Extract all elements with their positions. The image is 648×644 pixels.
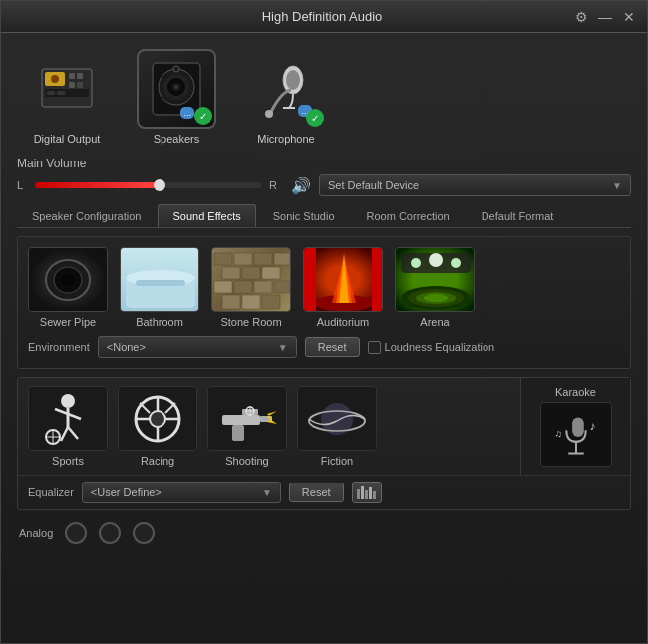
auditorium-svg (304, 248, 383, 312)
environment-dropdown[interactable]: <None> ▼ (98, 336, 297, 358)
sewer-pipe-label: Sewer Pipe (40, 316, 96, 328)
racing-visual (119, 387, 196, 450)
svg-rect-83 (572, 417, 584, 436)
effect-arena[interactable]: Arena (395, 247, 475, 328)
sports-visual (29, 387, 107, 450)
device-digital-output[interactable]: Digital Output (27, 49, 107, 145)
microphone-icon-wrap: ... ✓ (246, 49, 326, 129)
settings-button[interactable]: ⚙ (573, 9, 589, 25)
karaoke-section[interactable]: Karaoke ♪ ♫ (520, 378, 630, 475)
tab-sonic-studio[interactable]: Sonic Studio (258, 204, 350, 227)
svg-point-52 (411, 258, 421, 268)
title-controls: ⚙ — ✕ (573, 9, 637, 25)
loudness-checkbox[interactable] (368, 341, 381, 354)
svg-rect-36 (254, 281, 272, 293)
svg-rect-6 (77, 82, 83, 88)
microphone-status: ✓ (306, 109, 324, 127)
speakers-status: ✓ (194, 107, 212, 125)
svg-line-58 (68, 414, 81, 419)
tab-room-correction[interactable]: Room Correction (352, 204, 465, 227)
svg-point-53 (429, 253, 443, 267)
tab-speaker-configuration[interactable]: Speaker Configuration (17, 204, 156, 227)
svg-rect-37 (274, 281, 290, 293)
stone-visual (212, 248, 290, 311)
effect-auditorium[interactable]: Auditorium (303, 247, 383, 328)
sports-thumb (28, 386, 108, 451)
device-microphone[interactable]: ... ✓ Microphone (246, 49, 326, 145)
devices-row: Digital Output ... ✓ (17, 45, 631, 149)
vol-right-label: R (269, 179, 279, 191)
eq-dropdown[interactable]: <User Define> ▼ (82, 482, 281, 503)
svg-text:♫: ♫ (554, 428, 561, 439)
arena-visual (396, 248, 474, 311)
dropdown-arrow-icon: ▼ (612, 180, 622, 191)
sports-svg (33, 389, 103, 449)
digital-output-icon-wrap (27, 49, 107, 129)
svg-rect-26 (136, 280, 185, 286)
analog-circle-2[interactable] (99, 522, 121, 544)
svg-rect-29 (254, 253, 272, 265)
default-device-dropdown[interactable]: Set Default Device ▼ (319, 174, 631, 196)
analog-row: Analog (17, 518, 631, 548)
eq-bars-icon[interactable] (352, 482, 382, 503)
analog-circle-1[interactable] (65, 522, 87, 544)
environment-reset-button[interactable]: Reset (305, 337, 360, 357)
analog-circle-3[interactable] (133, 522, 155, 544)
digital-output-label: Digital Output (34, 133, 101, 145)
svg-point-50 (424, 294, 448, 302)
effect-sewer-pipe[interactable]: Sewer Pipe (28, 247, 108, 328)
karaoke-thumb: ♪ ♫ (540, 402, 612, 467)
effect-bathroom[interactable]: Bathroom (120, 247, 199, 328)
svg-rect-45 (304, 248, 316, 312)
title-bar: High Definition Audio ⚙ — ✕ (1, 1, 647, 33)
equalizer-section: Sports (17, 377, 631, 510)
slider-fill (35, 182, 160, 188)
svg-rect-35 (234, 281, 252, 293)
slider-thumb[interactable] (154, 179, 165, 191)
effects-grid: Sewer Pipe Bathroom (28, 247, 620, 328)
svg-rect-33 (262, 267, 280, 279)
svg-rect-40 (262, 295, 280, 309)
close-button[interactable]: ✕ (621, 9, 637, 25)
loudness-checkbox-label[interactable]: Loudness Equalization (368, 341, 495, 354)
svg-point-2 (51, 75, 59, 83)
arena-label: Arena (420, 316, 449, 328)
svg-rect-92 (373, 491, 376, 499)
fiction-svg (302, 389, 372, 449)
arena-svg (396, 248, 475, 312)
racing-thumb (118, 386, 197, 451)
eq-bottom-row: Equalizer <User Define> ▼ Reset (18, 475, 630, 509)
device-speakers[interactable]: ... ✓ Speakers (137, 49, 216, 145)
svg-rect-31 (222, 267, 240, 279)
tab-default-format[interactable]: Default Format (467, 204, 569, 227)
preset-racing[interactable]: Racing (118, 386, 197, 467)
eq-bars-svg (356, 485, 378, 499)
svg-rect-3 (69, 73, 75, 79)
environment-row: Environment <None> ▼ Reset Loudness Equa… (28, 336, 620, 358)
preset-shooting[interactable]: Shooting (207, 386, 287, 467)
svg-point-23 (61, 274, 75, 286)
svg-rect-46 (372, 248, 383, 312)
bathroom-visual (121, 248, 198, 311)
bathroom-thumb (120, 247, 199, 312)
minimize-button[interactable]: — (597, 9, 613, 25)
arena-thumb (395, 247, 475, 312)
digital-output-svg (37, 59, 97, 119)
sewer-pipe-thumb (28, 247, 108, 312)
preset-sports[interactable]: Sports (28, 386, 108, 467)
svg-line-71 (165, 403, 175, 413)
svg-rect-38 (222, 295, 240, 309)
shooting-svg (212, 389, 282, 449)
svg-point-15 (174, 85, 178, 89)
shooting-label: Shooting (225, 455, 268, 467)
preset-fiction[interactable]: Fiction (297, 386, 377, 467)
volume-slider[interactable] (35, 182, 261, 188)
effect-stone-room[interactable]: Stone Room (211, 247, 291, 328)
tab-sound-effects[interactable]: Sound Effects (158, 204, 255, 227)
eq-reset-button[interactable]: Reset (289, 483, 344, 502)
svg-rect-4 (77, 73, 83, 79)
svg-rect-91 (369, 487, 372, 499)
svg-line-60 (68, 427, 78, 439)
karaoke-label: Karaoke (555, 386, 596, 398)
svg-rect-74 (232, 425, 244, 441)
